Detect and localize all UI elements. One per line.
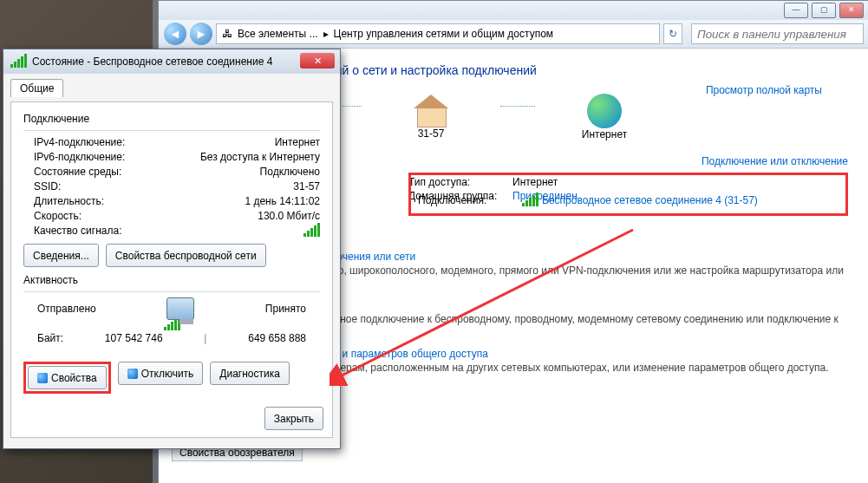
search-input[interactable] [691,23,864,44]
signal-quality-label: Качество сигнала: [34,225,121,237]
disable-button[interactable]: Отключить [118,362,204,385]
refresh-button[interactable]: ↻ [663,23,682,44]
diagnose-button[interactable]: Диагностика [210,362,290,385]
shield-icon [127,369,138,379]
duration-value: 1 день 14:11:02 [245,195,320,207]
signal-icon [522,194,538,206]
window-titlebar: — ▢ ✕ [159,1,868,20]
properties-button[interactable]: Свойства [28,366,107,389]
bytes-sent-value: 107 542 746 [105,332,163,344]
internet-globe-icon [587,94,622,128]
window-minimize-button[interactable]: — [784,3,808,18]
full-map-link[interactable]: Просмотр полной карты [706,84,822,96]
connection-status-dialog: Состояние - Беспроводное сетевое соедине… [3,49,341,449]
connections-highlight-box: x Подключения: Беспроводное сетевое соед… [408,173,848,216]
nav-forward-button[interactable]: ► [190,23,212,45]
ipv4-label: IPv4-подключение: [34,136,125,148]
ipv6-value: Без доступа к Интернету [200,151,320,163]
breadcrumb-root[interactable]: Все элементы ... [238,28,318,40]
dialog-close-button[interactable]: ✕ [300,53,335,69]
ssid-label: SSID: [34,180,61,193]
speed-label: Скорость: [34,210,82,222]
window-maximize-button[interactable]: ▢ [812,3,836,18]
dialog-title: Состояние - Беспроводное сетевое соедине… [32,55,272,68]
tab-panel: Подключение IPv4-подключение:Интернет IP… [10,101,333,438]
duration-label: Длительность: [34,195,104,207]
media-state-value: Подключено [260,166,320,178]
wireless-connection-link[interactable]: Беспроводное сетевое соединение 4 (31-57… [542,194,758,206]
window-close-button[interactable]: ✕ [839,3,864,18]
properties-highlight-box: Свойства [23,362,111,394]
wireless-properties-button[interactable]: Свойства беспроводной сети [106,244,266,267]
tab-general[interactable]: Общие [10,79,63,97]
media-state-label: Состояние среды: [34,166,121,178]
shield-icon [37,373,48,383]
ipv6-label: IPv6-подключение: [34,151,125,163]
connection-group-label: Подключение [23,113,320,125]
activity-computer-icon [166,297,194,320]
map-internet-label: Интернет [582,128,627,140]
connections-label: Подключения: [418,194,513,206]
nav-back-button[interactable]: ◄ [164,23,186,45]
nav-toolbar: ◄ ► 🖧 Все элементы ... ▸ Центр управлени… [159,20,868,49]
close-button[interactable]: Закрыть [264,407,323,430]
breadcrumb-icon: 🖧 [222,28,232,40]
bytes-received-value: 649 658 888 [248,332,306,344]
chevron-right-icon: ▸ [323,28,329,40]
signal-icon [303,225,320,237]
router-house-icon [412,95,450,127]
ssid-value: 31-57 [293,180,320,193]
activity-block: Отправлено Принято Байт: 107 542 746 | 6… [23,297,320,346]
map-gateway-name: 31-57 [418,127,445,140]
details-button[interactable]: Сведения... [23,244,99,267]
signal-icon [10,55,27,68]
speed-value: 130.0 Мбит/с [258,210,320,222]
breadcrumb-page[interactable]: Центр управления сетями и общим доступом [334,28,554,40]
received-label: Принято [265,303,306,315]
bytes-label: Байт: [37,332,63,344]
map-line-icon [500,106,535,108]
breadcrumb[interactable]: 🖧 Все элементы ... ▸ Центр управления се… [216,23,660,44]
connect-disconnect-link[interactable]: Подключение или отключение [702,155,848,167]
dialog-titlebar: Состояние - Беспроводное сетевое соедине… [3,49,340,74]
tab-strip: Общие [3,74,340,101]
signal-icon [164,318,180,330]
ipv4-value: Интернет [275,136,320,148]
sent-label: Отправлено [37,303,96,315]
activity-group-label: Активность [23,274,320,286]
